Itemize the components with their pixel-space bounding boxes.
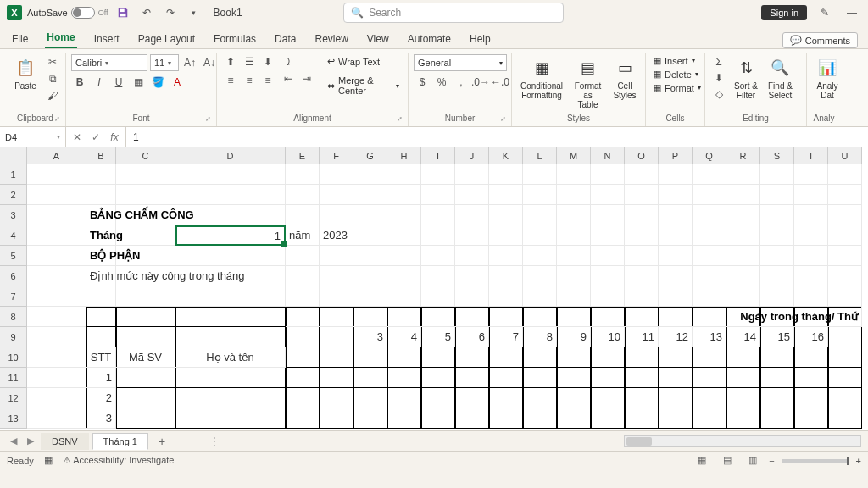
normal-view-icon[interactable]: ▦ <box>693 454 711 468</box>
cell-G2[interactable] <box>353 185 387 205</box>
cell-N2[interactable] <box>591 185 625 205</box>
decrease-decimal-icon[interactable]: ←.0 <box>492 75 509 90</box>
cell-P11[interactable] <box>659 368 693 388</box>
cell-J1[interactable] <box>455 164 489 185</box>
cell-T11[interactable] <box>794 368 828 388</box>
cell-S1[interactable] <box>760 164 794 185</box>
cell-I13[interactable] <box>421 408 455 429</box>
align-middle-icon[interactable]: ☰ <box>241 54 258 69</box>
tab-data[interactable]: Data <box>273 30 298 48</box>
col-header-U[interactable]: U <box>828 147 862 164</box>
cell-B9[interactable] <box>86 327 116 347</box>
cancel-formula-icon[interactable]: ✕ <box>70 131 85 143</box>
cell-D13[interactable] <box>175 408 286 429</box>
cell-R10[interactable] <box>726 347 760 368</box>
cell-J9[interactable]: 6 <box>455 327 489 347</box>
cell-G3[interactable] <box>353 205 387 225</box>
cell-K7[interactable] <box>489 286 523 307</box>
col-header-L[interactable]: L <box>523 147 557 164</box>
cell-G5[interactable] <box>353 246 387 266</box>
cell-N12[interactable] <box>591 388 625 408</box>
cell-H10[interactable] <box>387 347 421 368</box>
cell-S3[interactable] <box>760 205 794 225</box>
cell-P1[interactable] <box>659 164 693 185</box>
cell-K1[interactable] <box>489 164 523 185</box>
cell-U4[interactable] <box>828 225 862 246</box>
cell-T13[interactable] <box>794 408 828 429</box>
cell-T6[interactable] <box>794 266 828 286</box>
col-header-T[interactable]: T <box>794 147 828 164</box>
cell-I12[interactable] <box>421 388 455 408</box>
save-icon[interactable] <box>114 3 132 22</box>
col-header-A[interactable]: A <box>27 147 86 164</box>
cell-M13[interactable] <box>557 408 591 429</box>
cell-F1[interactable] <box>320 164 353 185</box>
cell-B5[interactable]: BỘ PHẬN <box>86 246 116 266</box>
cell-R11[interactable] <box>726 368 760 388</box>
cell-R9[interactable]: 14 <box>726 327 760 347</box>
font-name-select[interactable]: Calibri▾ <box>71 54 147 71</box>
cell-G9[interactable]: 3 <box>353 327 387 347</box>
row-header-12[interactable]: 12 <box>0 388 27 408</box>
cell-M3[interactable] <box>557 205 591 225</box>
align-bottom-icon[interactable]: ⬇ <box>259 54 276 69</box>
search-input[interactable]: 🔍 Search <box>343 3 564 23</box>
cell-H13[interactable] <box>387 408 421 429</box>
cell-H5[interactable] <box>387 246 421 266</box>
conditional-formatting-button[interactable]: ▦Conditional Formatting <box>517 54 566 102</box>
cell-M9[interactable]: 9 <box>557 327 591 347</box>
cell-R2[interactable] <box>726 185 760 205</box>
cell-O7[interactable] <box>625 286 659 307</box>
cell-F11[interactable] <box>320 368 353 388</box>
cell-I6[interactable] <box>421 266 455 286</box>
cell-F10[interactable] <box>320 347 353 368</box>
cell-J11[interactable] <box>455 368 489 388</box>
tab-help[interactable]: Help <box>468 30 492 48</box>
cell-E13[interactable] <box>286 408 320 429</box>
cell-F6[interactable] <box>320 266 353 286</box>
col-header-F[interactable]: F <box>320 147 353 164</box>
cell-E3[interactable] <box>286 205 320 225</box>
cell-B6[interactable]: Định mức này công trong tháng <box>86 266 116 286</box>
cell-A7[interactable] <box>27 286 86 307</box>
add-sheet-button[interactable]: + <box>152 435 172 448</box>
increase-font-icon[interactable]: A↑ <box>181 55 198 70</box>
cell-D4[interactable]: 1 <box>175 225 286 246</box>
cell-C4[interactable] <box>116 225 175 246</box>
sheet-nav-prev[interactable]: ◀ <box>7 435 20 446</box>
cell-J7[interactable] <box>455 286 489 307</box>
cell-O11[interactable] <box>625 368 659 388</box>
col-header-H[interactable]: H <box>387 147 421 164</box>
cell-O12[interactable] <box>625 388 659 408</box>
cell-L7[interactable] <box>523 286 557 307</box>
tab-file[interactable]: File <box>10 30 30 48</box>
row-header-6[interactable]: 6 <box>0 266 27 286</box>
cell-D5[interactable] <box>175 246 286 266</box>
row-header-13[interactable]: 13 <box>0 408 27 429</box>
cell-H2[interactable] <box>387 185 421 205</box>
cell-H9[interactable]: 4 <box>387 327 421 347</box>
wrap-text-button[interactable]: ↩Wrap Text <box>324 54 403 69</box>
cell-P4[interactable] <box>659 225 693 246</box>
cell-F3[interactable] <box>320 205 353 225</box>
cell-G12[interactable] <box>353 388 387 408</box>
cell-M11[interactable] <box>557 368 591 388</box>
cell-P9[interactable]: 12 <box>659 327 693 347</box>
cell-R13[interactable] <box>726 408 760 429</box>
cell-S6[interactable] <box>760 266 794 286</box>
cell-P2[interactable] <box>659 185 693 205</box>
cell-S2[interactable] <box>760 185 794 205</box>
cell-L13[interactable] <box>523 408 557 429</box>
currency-icon[interactable]: $ <box>414 75 431 90</box>
cell-D12[interactable] <box>175 388 286 408</box>
cell-A8[interactable] <box>27 307 86 327</box>
cell-B13[interactable]: 3 <box>86 408 116 429</box>
tab-review[interactable]: Review <box>313 30 349 48</box>
col-header-I[interactable]: I <box>421 147 455 164</box>
cell-styles-button[interactable]: ▭Cell Styles <box>609 54 640 102</box>
cell-S4[interactable] <box>760 225 794 246</box>
cell-M6[interactable] <box>557 266 591 286</box>
cell-Q2[interactable] <box>693 185 726 205</box>
ribbon-mode-icon[interactable]: ✎ <box>815 3 834 22</box>
cell-L6[interactable] <box>523 266 557 286</box>
